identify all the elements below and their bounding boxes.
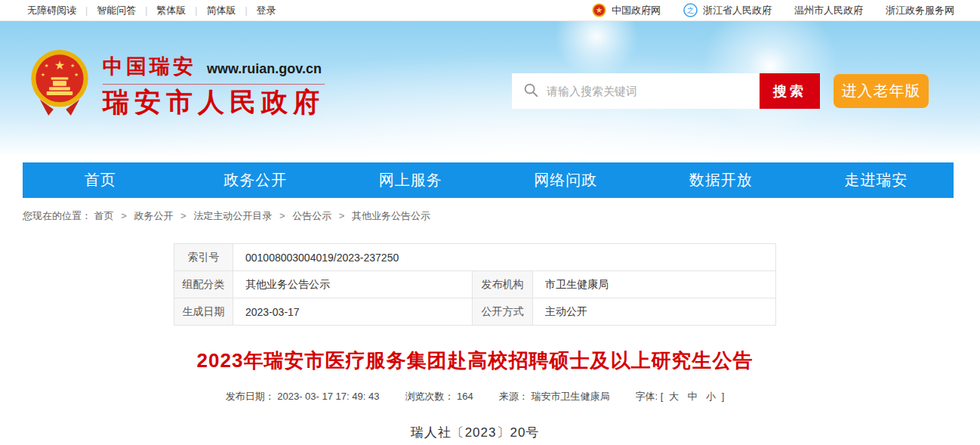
site-name-large: 瑞安市人民政府 [103, 86, 325, 117]
elderly-version-button[interactable]: 进入老年版 [834, 74, 929, 108]
topbar-separator: | [195, 5, 197, 16]
svg-text:★: ★ [54, 58, 66, 72]
breadcrumb-item-current: 其他业务公告公示 [352, 210, 430, 221]
svg-text:★: ★ [45, 63, 49, 68]
breadcrumb: 您现在的位置： 首页 > 政务公开 > 法定主动公开目录 > 公告公示 > 其他… [23, 209, 980, 223]
breadcrumb-separator: > [121, 210, 127, 221]
national-emblem-icon: ★ [592, 3, 606, 17]
document-info-table: 索引号 001008003004019/2023-237250 组配分类 其他业… [174, 243, 776, 326]
svg-text:★: ★ [70, 63, 75, 68]
article: 2023年瑞安市医疗服务集团赴高校招聘硕士及以上研究生公告 发布日期： 2023… [174, 348, 776, 441]
topbar-link-login[interactable]: 登录 [257, 4, 276, 17]
topbar-left-links: 无障碍阅读 | 智能问答 | 繁体版 | 简体版 | 登录 [27, 4, 276, 17]
topbar-link-zhejiang-services[interactable]: 浙江政务服务网 [886, 4, 954, 17]
article-title: 2023年瑞安市医疗服务集团赴高校招聘硕士及以上研究生公告 [174, 348, 776, 374]
breadcrumb-item-announcements[interactable]: 公告公示 [292, 210, 331, 221]
search-area: 搜索 进入老年版 [512, 73, 929, 109]
font-size-control: 字体: [ 大 中 小 ] [635, 390, 724, 403]
issuing-agency-value: 市卫生健康局 [533, 271, 776, 298]
topbar-link-label: 中国政府网 [612, 4, 661, 17]
creation-date-label: 生成日期 [174, 298, 233, 326]
breadcrumb-separator: > [180, 210, 186, 221]
topbar-link-wenzhou-gov[interactable]: 温州市人民政府 [794, 4, 863, 17]
topbar-separator: | [85, 5, 88, 16]
nav-item-online-services[interactable]: 网上服务 [333, 162, 488, 198]
site-logo-text: 中国瑞安 www.ruian.gov.cn 瑞安市人民政府 [103, 53, 325, 120]
font-size-small-button[interactable]: 小 [706, 391, 716, 402]
disclosure-method-value: 主动公开 [533, 298, 776, 326]
font-size-medium-button[interactable]: 中 [688, 391, 698, 402]
topbar-link-zhejiang-gov[interactable]: 之 浙江省人民政府 [683, 3, 772, 17]
source: 来源： 瑞安市卫生健康局 [499, 390, 610, 403]
topbar-link-label: 浙江省人民政府 [703, 4, 772, 17]
breadcrumb-item-statutory-catalog[interactable]: 法定主动公开目录 [193, 210, 272, 221]
national-emblem-logo-icon: ★ ★ ★ ★ ★ [29, 48, 91, 124]
document-number: 瑞人社〔2023〕20号 [174, 424, 776, 441]
search-button[interactable]: 搜索 [760, 73, 820, 109]
view-count-value: 164 [457, 391, 473, 402]
publish-date: 发布日期： 2023- 03- 17 17: 49: 43 [226, 390, 380, 403]
nav-item-online-politics[interactable]: 网络问政 [488, 162, 644, 198]
nav-item-gov-affairs[interactable]: 政务公开 [178, 162, 334, 198]
main-nav: 首页 政务公开 网上服务 网络问政 数据开放 走进瑞安 [23, 162, 954, 198]
topbar-link-accessibility[interactable]: 无障碍阅读 [27, 4, 76, 17]
breadcrumb-item-gov-affairs[interactable]: 政务公开 [134, 210, 173, 221]
search-box [512, 73, 760, 109]
font-size-large-button[interactable]: 大 [669, 391, 679, 402]
table-row: 索引号 001008003004019/2023-237250 [174, 244, 776, 271]
nav-item-open-data[interactable]: 数据开放 [643, 162, 799, 198]
topbar-link-simplified-chinese[interactable]: 简体版 [206, 4, 236, 17]
publish-date-label: 发布日期： [226, 391, 275, 402]
disclosure-method-label: 公开方式 [473, 298, 533, 326]
publish-date-value: 2023- 03- 17 17: 49: 43 [277, 391, 379, 402]
topbar-right-links: ★ 中国政府网 之 浙江省人民政府 温州市人民政府 浙江政务服务网 [569, 3, 954, 17]
site-logo[interactable]: ★ ★ ★ ★ ★ 中国瑞安 www.ruian.gov.cn 瑞安市人民政府 [29, 48, 325, 124]
svg-text:★: ★ [74, 72, 79, 77]
index-number-label: 索引号 [174, 244, 233, 271]
breadcrumb-separator: > [279, 210, 285, 221]
nav-item-home[interactable]: 首页 [23, 162, 178, 198]
issuing-agency-label: 发布机构 [473, 271, 533, 298]
site-logo-row1: 中国瑞安 www.ruian.gov.cn [103, 53, 325, 85]
table-row: 组配分类 其他业务公告公示 发布机构 市卫生健康局 [174, 271, 776, 298]
source-value: 瑞安市卫生健康局 [531, 391, 609, 402]
view-count: 浏览次数： 164 [405, 390, 473, 403]
index-number-value: 001008003004019/2023-237250 [233, 244, 776, 271]
search-icon [522, 82, 539, 101]
source-label: 来源： [499, 391, 529, 402]
creation-date-value: 2023-03-17 [233, 298, 473, 326]
font-size-bracket: [ [661, 391, 664, 402]
topbar: 无障碍阅读 | 智能问答 | 繁体版 | 简体版 | 登录 ★ 中国政府网 之 … [0, 0, 980, 21]
article-meta: 发布日期： 2023- 03- 17 17: 49: 43 浏览次数： 164 … [174, 390, 776, 403]
font-size-label: 字体: [635, 391, 658, 402]
topbar-separator: | [245, 5, 247, 16]
site-name-small: 中国瑞安 [103, 53, 196, 80]
nav-item-about-ruian[interactable]: 走进瑞安 [799, 162, 954, 198]
topbar-link-china-gov[interactable]: ★ 中国政府网 [592, 3, 661, 17]
breadcrumb-item-home[interactable]: 首页 [94, 210, 114, 221]
topbar-link-label: 温州市人民政府 [794, 4, 863, 17]
svg-text:★: ★ [41, 72, 45, 77]
category-label: 组配分类 [174, 271, 233, 298]
topbar-separator: | [145, 5, 147, 16]
category-value: 其他业务公告公示 [233, 271, 473, 298]
topbar-link-traditional-chinese[interactable]: 繁体版 [156, 4, 186, 17]
search-input[interactable] [547, 85, 752, 97]
site-url: www.ruian.gov.cn [207, 61, 322, 77]
breadcrumb-separator: > [339, 210, 345, 221]
svg-text:之: 之 [687, 6, 695, 14]
table-row: 生成日期 2023-03-17 公开方式 主动公开 [174, 298, 776, 326]
header-banner: ★ ★ ★ ★ ★ 中国瑞安 www.ruian.gov.cn 瑞安市人民政府 [0, 21, 980, 162]
font-size-bracket: ] [722, 391, 725, 402]
view-count-label: 浏览次数： [405, 391, 454, 402]
topbar-link-smart-qa[interactable]: 智能问答 [97, 4, 136, 17]
topbar-link-label: 浙江政务服务网 [886, 4, 954, 17]
zhejiang-logo-icon: 之 [683, 3, 698, 17]
svg-text:★: ★ [596, 6, 602, 14]
breadcrumb-prefix: 您现在的位置： [23, 210, 91, 221]
